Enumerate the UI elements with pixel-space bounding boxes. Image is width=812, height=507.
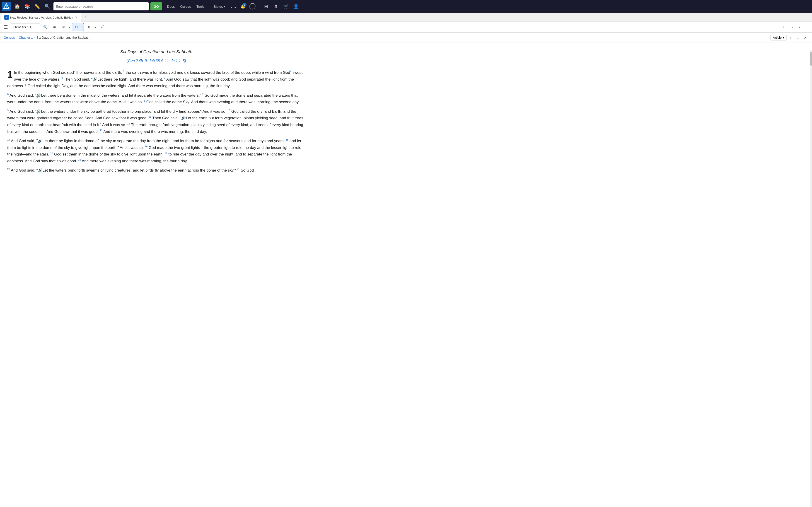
toolbar: ☰ 🔍 ⊕ ✏ ▾ ↺ ▾ ⏸ ▾ // ‹ › ▾ ⋮ [0,22,812,33]
verse-num-3: 3 [61,77,63,79]
breadcrumb-section: Six Days of Creation and the Sabbath [37,36,90,39]
docs-button[interactable]: Docs [165,3,177,10]
breadcrumb-close-button[interactable]: ✕ [802,35,808,41]
verse-num-5: 5 [25,83,26,86]
previous-chapter-button[interactable]: ‹ [779,23,788,31]
verse-num-16: 16 [145,145,148,148]
article-label: Article [773,36,782,39]
verse-14-text: 14 And God said, "🔊Let there be lights i… [7,139,301,163]
bible-content-area[interactable]: Six Days of Creation and the Sabbath (Ge… [0,43,313,500]
cross-ref-job[interactable]: Job 38.4–11 [149,59,169,63]
profile-button[interactable]: 👤 [292,2,301,11]
verse-1-large-num: 1 [7,70,12,79]
split-view-button[interactable]: ⏸ [85,23,93,31]
article-dropdown[interactable]: Article ▾ [770,35,786,41]
home-button[interactable]: 🏠 [13,2,22,11]
tab-title: New Revised Standard Version: Catholic E… [10,16,73,19]
passage-input[interactable] [11,23,40,31]
search-input[interactable] [56,5,146,8]
scroll-up-button[interactable]: ↑ [788,35,794,41]
export-button[interactable]: ⬆ [272,2,281,11]
verse-num-4: 4 [164,77,165,79]
verse-num-6: 6 [7,93,9,96]
guides-button[interactable]: Guides [178,3,194,10]
bibles-label: Bibles [214,5,223,8]
search-button[interactable]: 🔍 [43,2,52,11]
notes-toolbar-button[interactable]: ✏ [60,23,68,31]
verse-9-text: 9 And God said, "🔊Let the waters under t… [7,109,303,134]
split-dropdown-arrow: ▾ [94,25,97,29]
toolbar-more-button[interactable]: ⋮ [802,23,810,31]
verse-num-12: 12 [127,122,130,125]
hamburger-menu-button[interactable]: ☰ [2,23,10,31]
verse-num-18: 18 [165,152,167,155]
notes-button[interactable]: ✏️ [33,2,42,11]
verse-num-17: 17 [50,152,53,155]
verse-6-block: 6 And God said, "🔊Let there be a dome in… [7,92,305,106]
footnote-a[interactable]: a [74,70,75,73]
more-button[interactable]: ⋮ [302,2,311,11]
breadcrumb-chapter[interactable]: Chapter 1 [19,36,33,39]
cross-ref-jn[interactable]: Jn 1.1–5 [171,59,185,63]
tools-dropdown[interactable]: ↺ ▾ [72,23,84,31]
bibles-button[interactable]: Bibles ▾ [211,2,228,10]
verse-1-block: 1 In the beginning when God createda the… [7,69,305,90]
verse-num-19: 19 [78,159,81,161]
breadcrumb-bar: Genesis › Chapter 1 › Six Days of Creati… [0,33,812,43]
loading-spinner [248,2,257,11]
resource-guide-button[interactable]: ⊕ [50,23,58,31]
add-tab-button[interactable]: + [82,14,89,20]
chevron-down-icon: ▾ [224,4,226,8]
footnote-b[interactable]: b [290,70,291,73]
verse-14-block: 14 And God said, "🔊Let there be lights i… [7,137,305,164]
notification-badge-button[interactable]: 🔔 3 [239,2,247,10]
active-tool-button[interactable]: ↺ [72,23,81,31]
scroll-down-button[interactable]: ↓ [795,35,801,41]
go-button[interactable]: GO [150,2,162,10]
search-wrapper [53,2,149,10]
verse-num-9: 9 [7,109,9,112]
nav-dropdown[interactable]: ▾ [798,23,801,31]
tools-dropdown-arrow: ▾ [81,25,84,29]
tab-close-button[interactable]: ✕ [74,16,78,19]
breadcrumb-sep-1: › [16,36,17,39]
app-logo[interactable] [2,2,11,11]
verse-num-14: 14 [7,138,10,141]
verse-1-text: In the beginning when God createda the h… [7,70,303,88]
breadcrumb-genesis[interactable]: Genesis [4,36,15,39]
top-navigation: 🏠 📚 ✏️ 🔍 GO Docs Guides Tools Bibles ▾ ⌄… [0,0,812,13]
verse-num-15: 15 [286,138,289,141]
split-dropdown[interactable]: ▾ [94,23,97,31]
cross-ref-gen[interactable]: Gen 2.4b–9 [128,59,147,63]
verse-num-20: 20 [7,168,10,171]
verse-num-2: 2 [123,70,124,73]
notes-dropdown[interactable]: ✏ ▾ [59,23,71,31]
section-title: Six Days of Creation and the Sabbath [7,48,305,55]
nav-dropdown-arrow: ▾ [798,25,801,29]
next-chapter-button[interactable]: › [789,23,797,31]
chevron-expand-icon[interactable]: ⌄⌄ [229,2,238,11]
verse-20-text: 20 And God said, "🔊Let the waters bring … [7,168,254,172]
verse-num-10: 10 [227,109,230,112]
verse-num-13: 13 [100,129,102,132]
tools-button[interactable]: Tools [194,3,207,10]
tab-icon: N [4,15,9,20]
parallel-button[interactable]: // [98,23,106,31]
verse-num-8: 8 [144,100,145,102]
notification-count: 3 [242,3,247,7]
layout-button[interactable]: ⊞ [262,2,271,11]
cart-button[interactable]: 🛒 [282,2,291,11]
active-tab[interactable]: N New Revised Standard Version: Catholic… [1,13,81,22]
verse-6-text: 6 And God said, "🔊Let there be a dome in… [7,93,300,104]
verse-num-11: 11 [149,116,151,118]
search-toolbar-button[interactable]: 🔍 [41,23,49,31]
library-button[interactable]: 📚 [23,2,32,11]
verse-num-7: 7 [202,93,203,96]
scrollbar-thumb[interactable] [810,52,812,66]
breadcrumb-nav-right: Article ▾ ↑ ↓ ✕ [770,35,808,41]
verse-num-21: 21 [237,168,240,171]
notes-dropdown-arrow: ▾ [68,25,71,29]
cross-references: (Gen 2.4b–9; Job 38.4–11; Jn 1.1–5) [7,58,305,64]
scrollbar-track [810,50,812,500]
article-dropdown-arrow: ▾ [782,36,784,39]
